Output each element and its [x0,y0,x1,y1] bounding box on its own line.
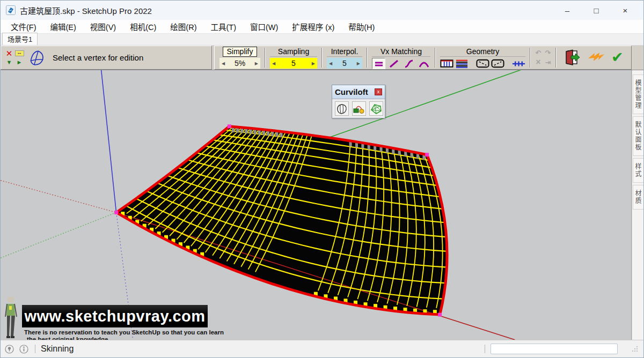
redo-icon[interactable]: ↷ [545,49,551,57]
watermark-site: www.sketchupvray.com [24,308,205,325]
skinning-icon [370,102,383,115]
undo-icon[interactable]: ↶ [536,49,541,57]
menu-bar: 文件(F) 编辑(E) 视图(V) 相机(C) 绘图(R) 工具(T) 窗口(W… [1,20,643,34]
title-bar: 古建筑屋顶.skp - SketchUp Pro 2022 – □ × [1,1,643,20]
tray-tab-styles[interactable]: 样式 [633,158,643,183]
geometry-section: Geometry [437,47,528,69]
menu-camera[interactable]: 相机(C) [123,20,163,33]
spinner-right-icon[interactable]: ▶ [255,61,258,66]
interpol-spinner[interactable]: ◀ 5 ▶ [327,58,362,69]
maximize-button[interactable]: □ [591,6,602,15]
geometry-label: Geometry [440,47,525,57]
tray-tab-strip: 模型管理 默认面板 样式 材质 [632,70,643,340]
simplify-value: 5% [235,59,245,68]
scene-tab-1[interactable]: 场景号1 [2,33,38,45]
scene-tab-bar: 场景号1 [1,34,643,46]
resize-grip-icon[interactable] [632,346,638,352]
spinner-left-icon[interactable]: ◀ [272,61,275,66]
palette-title: Curviloft [335,87,368,96]
vx-matching-label: Vx Matching [372,47,430,57]
geolocation-icon[interactable] [5,345,14,354]
cone-edit-icon[interactable] [27,48,46,68]
skip-end-icon[interactable]: ⇥ [545,58,551,66]
menu-edit[interactable]: 编辑(E) [43,20,83,33]
vertex-edit-controls: ✕ -- ▼ ► [4,49,25,66]
finish-buttons: ✔ [558,47,629,69]
separator [555,48,557,68]
tool-status-text: Select a vertex for edition [53,53,143,62]
interpol-value: 5 [342,59,347,68]
separator [367,48,368,68]
separator [435,48,436,68]
sketchup-window: 古建筑屋顶.skp - SketchUp Pro 2022 – □ × 文件(F… [0,0,644,358]
3d-scene[interactable] [1,70,631,340]
geometry-diagonal-down-button[interactable] [476,58,489,69]
sampling-value: 5 [291,59,296,68]
watermark-banner: www.sketchupvray.com [22,305,208,327]
minimize-button[interactable]: – [562,6,573,15]
spinner-right-icon[interactable]: ▶ [312,61,315,66]
tray-tab-model-manager[interactable]: 模型管理 [633,74,643,114]
sampling-section: Sampling ◀ 5 ▶ [267,47,320,69]
triangle-right-icon[interactable]: ► [17,59,23,65]
separator [321,48,323,68]
watermark-line2: the best original knowledge. [24,336,224,340]
spinner-left-icon[interactable]: ◀ [222,61,225,66]
vx-match-linear-button[interactable] [387,58,400,69]
scale-figure [3,295,21,340]
menu-file[interactable]: 文件(F) [4,20,43,33]
loft-path-button[interactable] [352,101,366,116]
vx-match-scurve-button[interactable] [402,58,415,69]
spinner-left-icon[interactable]: ◀ [329,61,332,66]
geometry-vertical-stripes-button[interactable] [440,58,453,69]
palette-close-icon[interactable]: x [375,88,382,95]
sampling-label: Sampling [270,47,317,57]
undo-all-arrow-button[interactable] [588,51,605,64]
menu-draw[interactable]: 绘图(R) [163,20,203,33]
separator [530,48,531,68]
menu-help[interactable]: 帮助(H) [341,20,382,33]
simplify-label[interactable]: Simplify [223,47,257,57]
simplify-spinner[interactable]: ◀ 5% ▶ [219,58,260,69]
exit-door-button[interactable] [564,49,581,66]
curviloft-palette-titlebar[interactable]: Curviloft x [332,85,385,99]
menu-window[interactable]: 窗口(W) [243,20,285,33]
skinning-button[interactable] [369,101,383,116]
vx-match-equal-button[interactable] [372,58,385,69]
toolbar-row: ✕ -- ▼ ► Select a vertex for edition Sim… [1,46,643,70]
sampling-spinner[interactable]: ◀ 5 ▶ [270,58,317,69]
geometry-crossmarks-button[interactable] [512,58,525,69]
geometry-diagonal-up-button[interactable] [491,58,504,69]
confirm-check-button[interactable]: ✔ [611,50,624,65]
window-title: 古建筑屋顶.skp - SketchUp Pro 2022 [20,5,152,16]
history-buttons: ↶ ↷ × ⇥ [532,47,554,69]
divider [35,345,35,353]
triangle-down-icon[interactable]: ▼ [6,59,12,65]
vx-matching-section: Vx Matching [369,47,433,69]
curviloft-status-toolbar: ✕ -- ▼ ► Select a vertex for edition [1,46,212,70]
menu-extensions[interactable]: 扩展程序 (x) [285,20,341,33]
watermark-caption: There is no reservation to teach you Ske… [24,329,224,340]
cancel-icon[interactable]: ✕ [6,50,13,57]
curviloft-palette[interactable]: Curviloft x [332,85,385,118]
tray-tab-materials[interactable]: 材质 [633,185,643,210]
geometry-horizontal-stripes-button[interactable] [455,58,469,69]
simplify-section: Simplify ◀ 5% ▶ [217,47,263,69]
menu-view[interactable]: 视图(V) [83,20,123,33]
dash-option-icon[interactable]: -- [15,50,24,56]
cancel-step-icon[interactable]: × [536,57,540,67]
tray-tab-default-panel[interactable]: 默认面板 [633,116,643,156]
info-icon[interactable] [19,345,28,354]
status-mode-text: Skinning [41,344,74,354]
measurement-input[interactable] [491,344,618,354]
close-button[interactable]: × [620,6,631,15]
watermark-line1: There is no reservation to teach you Ske… [24,329,224,336]
spinner-right-icon[interactable]: ▶ [357,61,360,66]
model-canvas[interactable]: Curviloft x [1,70,632,340]
status-bar: Skinning [1,340,643,357]
vx-match-arc-button[interactable] [417,58,430,69]
loft-spline-icon [335,102,348,115]
menu-tools[interactable]: 工具(T) [203,20,243,33]
loft-spline-button[interactable] [335,101,349,116]
interpol-section: Interpol. ◀ 5 ▶ [324,47,365,69]
